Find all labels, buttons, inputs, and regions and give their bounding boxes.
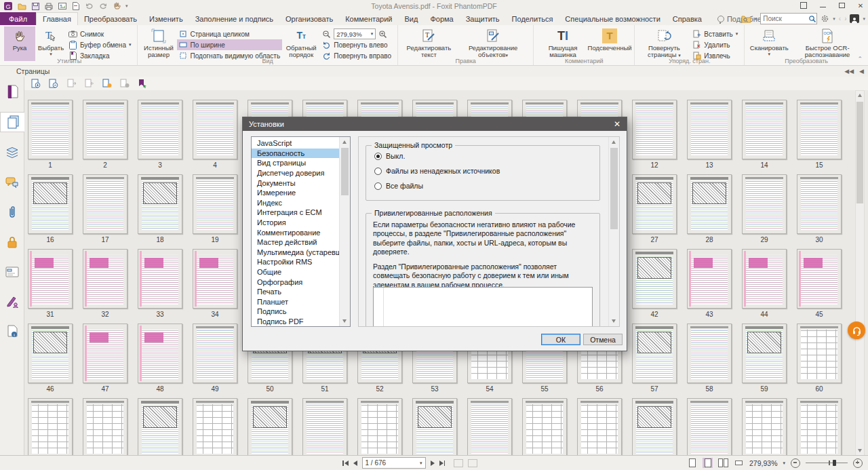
page-zoom-in-icon[interactable] (31, 78, 42, 89)
privileged-locations-list[interactable] (373, 287, 593, 327)
page-number-combobox[interactable]: 1 / 676 ▾ (362, 457, 426, 469)
page-thumbnail[interactable] (28, 398, 73, 456)
category-item[interactable]: Документы (252, 178, 339, 188)
page-thumbnail[interactable] (742, 324, 787, 383)
page-thumbnail[interactable] (742, 249, 787, 309)
hand-button[interactable]: Рука (4, 26, 35, 61)
bookmarks-panel-icon[interactable] (2, 82, 22, 101)
typewriter-button[interactable]: TI Пишущая машинка (536, 26, 589, 61)
thumbnails-scrollbar[interactable] (855, 90, 865, 456)
page-thumbnail[interactable] (632, 174, 677, 234)
page-thumbnail[interactable] (28, 100, 73, 159)
page-edit-icon[interactable] (71, 2, 81, 11)
ribbon-collapse-icon[interactable]: ⌃ (857, 56, 863, 62)
page-thumbnail[interactable] (687, 324, 732, 383)
page-thumbnail[interactable] (28, 324, 73, 383)
facing-continuous-view-icon[interactable] (734, 458, 744, 468)
security-panel-icon[interactable] (2, 233, 22, 252)
customize-qat-icon[interactable]: ▾ (125, 3, 128, 9)
category-scrollbar[interactable] (339, 137, 350, 326)
page-thumbnail[interactable] (193, 174, 237, 234)
category-item[interactable]: Измерение (252, 188, 339, 198)
tab-11[interactable]: Справка (667, 12, 708, 25)
restore-icon[interactable] (837, 1, 846, 9)
forward-icon[interactable]: › (844, 15, 846, 22)
page-thumbnail[interactable] (83, 174, 127, 234)
page-thumbnail[interactable] (193, 100, 237, 159)
category-item[interactable]: Подпись (252, 307, 339, 317)
tab-7[interactable]: Форма (424, 12, 459, 25)
tab-4[interactable]: Организовать (279, 12, 339, 25)
minimize-icon[interactable] (818, 1, 827, 9)
zoom-slider-thumb[interactable] (833, 460, 836, 466)
radio-all-files[interactable]: Все файлы (374, 181, 599, 191)
tab-1[interactable]: Преобразовать (78, 12, 143, 25)
page-thumbnail[interactable] (193, 324, 237, 383)
category-item[interactable]: Мастер действий (252, 237, 339, 248)
page-thumbnail[interactable] (687, 100, 732, 159)
select-button[interactable]: T Выбрать ▾ (35, 26, 66, 61)
search-input[interactable] (761, 15, 808, 22)
previous-page-icon[interactable] (353, 461, 357, 466)
radio-untrusted-files[interactable]: Файлы из ненадежных источников (374, 166, 599, 176)
search-icon[interactable] (808, 15, 816, 23)
page-thumbnail[interactable] (28, 174, 73, 234)
tab-9[interactable]: Поделиться (506, 12, 559, 25)
hand-tool-icon[interactable] (112, 2, 121, 11)
page-thumbnail[interactable] (467, 398, 512, 456)
clipboard-button[interactable]: Буфер обмена ▾ (66, 39, 133, 50)
page-thumbnail[interactable] (687, 249, 732, 309)
tab-2[interactable]: Изменить (143, 12, 189, 25)
fields-panel-icon[interactable] (2, 262, 22, 281)
delete-page-button[interactable]: × Удалить (690, 39, 740, 50)
next-page-icon[interactable] (431, 461, 435, 466)
tab-3[interactable]: Заполнение и подпись (189, 12, 279, 25)
save-icon[interactable] (31, 2, 40, 11)
page-zoom-out-icon[interactable] (48, 78, 60, 89)
properties-panel-icon[interactable]: i (2, 322, 22, 341)
page-thumbnail[interactable] (742, 100, 787, 159)
scroll-up-icon[interactable] (856, 91, 864, 100)
export-icon[interactable] (58, 2, 67, 11)
insert-page-button[interactable]: + Вставить ▾ (690, 28, 740, 39)
single-page-view-icon[interactable] (687, 458, 697, 468)
page-thumbnail[interactable] (248, 398, 292, 456)
zoom-slider[interactable] (806, 458, 848, 467)
category-item[interactable]: Печать (252, 287, 339, 297)
attachments-panel-icon[interactable] (2, 203, 22, 222)
replace-page-icon[interactable] (83, 78, 95, 89)
layers-panel-icon[interactable] (2, 143, 22, 162)
scan-button[interactable]: Сканировать ▾ (747, 26, 791, 61)
page-thumbnail[interactable] (577, 398, 622, 456)
page-thumbnail[interactable] (83, 398, 127, 456)
page-thumbnail[interactable] (687, 398, 732, 456)
page-thumbnail[interactable] (632, 100, 677, 159)
page-thumbnail[interactable] (83, 324, 127, 383)
page-thumbnail[interactable] (193, 398, 237, 456)
tab-0[interactable]: Главная (36, 12, 78, 25)
radio-off[interactable]: Выкл. (374, 151, 599, 161)
page-thumbnail[interactable] (632, 249, 677, 309)
page-thumbnail[interactable] (797, 398, 842, 456)
page-thumbnail[interactable] (302, 398, 347, 456)
facing-view-icon[interactable] (718, 458, 728, 468)
category-item[interactable]: Мультимедиа (устаревшие) (252, 248, 339, 258)
cancel-button[interactable]: Отмена (583, 334, 623, 345)
actual-size-button[interactable]: Истинный размер (140, 26, 176, 61)
page-thumbnail[interactable] (138, 398, 182, 456)
category-item[interactable]: Диспетчер доверия (252, 168, 339, 178)
page-thumbnail[interactable] (742, 398, 787, 456)
close-icon[interactable]: ✕ (856, 1, 865, 9)
page-thumbnail[interactable] (28, 249, 73, 309)
bookmark-pages-icon[interactable] (136, 78, 148, 89)
gear-dropdown[interactable]: ▾ (833, 16, 835, 22)
category-item[interactable]: Вид страницы (252, 158, 339, 168)
category-item[interactable]: История (252, 218, 339, 228)
new-page-icon[interactable] (101, 78, 113, 89)
ocr-button[interactable]: OCR Быстрое OCR-распознавание (791, 26, 864, 61)
reverse-order-button[interactable]: Tт Обратный порядок (282, 26, 320, 61)
tab-10[interactable]: Специальные возможности (559, 12, 666, 25)
dialog-titlebar[interactable]: Установки ✕ (243, 117, 627, 131)
pages-panel-icon[interactable] (0, 112, 24, 132)
page-thumbnail[interactable] (357, 398, 402, 456)
